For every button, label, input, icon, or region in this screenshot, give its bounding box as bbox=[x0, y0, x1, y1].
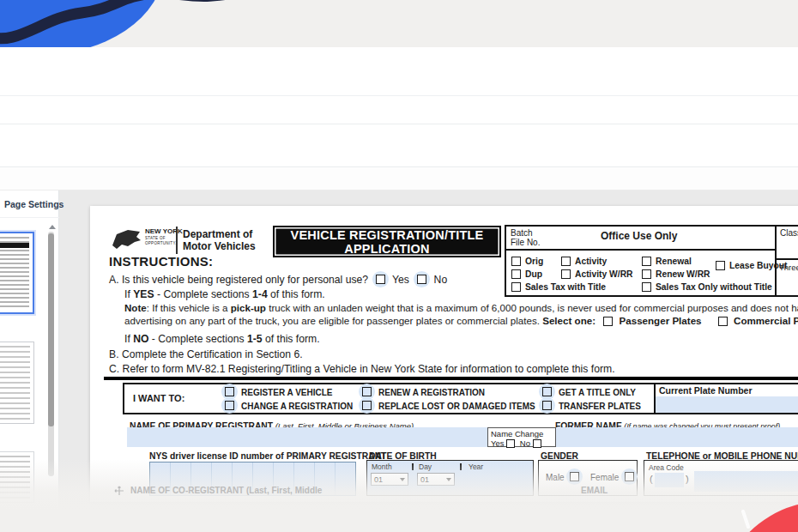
dob-day-select[interactable]: 01 bbox=[417, 473, 455, 486]
page-settings-label: Page Settings bbox=[4, 199, 63, 209]
checkbox-orig bbox=[511, 257, 521, 266]
sub-toolbar: Fit Width Fill the form or use another t… bbox=[0, 167, 798, 190]
scroll-up-icon[interactable] bbox=[49, 225, 56, 229]
chevron-down-icon bbox=[400, 478, 405, 481]
office-use-box: Batch File No. Office Use Only Orig Acti… bbox=[505, 225, 777, 297]
checkbox-activity bbox=[561, 257, 571, 266]
search-row: ‹ DMV Form MV-82 Support bbox=[0, 96, 798, 124]
checkbox-sales-tax-only bbox=[642, 282, 651, 292]
site-header: F Liner Online Platform for Editing All … bbox=[0, 47, 798, 96]
checkbox-renewal bbox=[642, 257, 651, 266]
class-label: Class bbox=[780, 228, 798, 238]
former-name-input[interactable] bbox=[556, 427, 798, 447]
i-want-to-label: I WANT TO: bbox=[133, 393, 184, 403]
checkbox-renew-wrr bbox=[642, 269, 651, 279]
checkbox-passenger-plates bbox=[603, 317, 613, 326]
move-field-icon bbox=[114, 486, 124, 496]
area-code-input[interactable] bbox=[655, 473, 684, 487]
phone-input[interactable] bbox=[694, 471, 798, 492]
top-decor-band bbox=[0, 0, 798, 47]
batch-label: Batch bbox=[511, 228, 533, 238]
checkbox-renew-registration[interactable] bbox=[362, 387, 372, 397]
co-registrant-label-faded: NAME OF CO-REGISTRANT (Last, First, Midd… bbox=[130, 486, 322, 495]
instructions-heading: INSTRUCTIONS: bbox=[109, 254, 213, 269]
checkbox-transfer-plates[interactable] bbox=[542, 401, 553, 411]
primary-name-input[interactable] bbox=[127, 427, 487, 447]
checkbox-name-change-no bbox=[533, 439, 541, 448]
checkbox-male[interactable] bbox=[570, 472, 580, 482]
dmv-name: Department of Motor Vehicles bbox=[183, 228, 256, 252]
class-box: Class Three of Name bbox=[777, 225, 798, 297]
checkbox-commercial-plates bbox=[718, 317, 728, 326]
thumbnail-preview bbox=[0, 456, 30, 499]
checkbox-female[interactable] bbox=[625, 472, 635, 482]
checkbox-sales-tax-title bbox=[511, 282, 521, 292]
thumbnail-preview bbox=[0, 346, 30, 420]
page-thumbnail-2[interactable] bbox=[0, 342, 34, 424]
instruction-line-c: C. Refer to form MV-82.1 Registering/Tit… bbox=[109, 363, 615, 375]
chevron-down-icon bbox=[446, 478, 451, 481]
office-use-title: Office Use Only bbox=[601, 230, 677, 242]
editor-toolbar: Add Date Add Sign T Add Text Insert bbox=[0, 124, 798, 167]
page-thumbnail-3[interactable] bbox=[0, 451, 34, 503]
pages-sidebar: Page Settings bbox=[0, 190, 59, 532]
checkbox-personal-yes[interactable] bbox=[376, 275, 386, 285]
page-settings-button[interactable]: Page Settings bbox=[0, 190, 59, 218]
if-yes-line: If YES - Complete sections 1-4 of this f… bbox=[124, 288, 325, 300]
i-want-to-box: I WANT TO: REGISTER A VEHICLE CHANGE A R… bbox=[123, 383, 798, 414]
section-divider bbox=[104, 377, 798, 380]
checkbox-get-title-only[interactable] bbox=[542, 387, 553, 397]
thumbnail-preview bbox=[0, 237, 29, 309]
current-plate-input[interactable] bbox=[656, 396, 798, 413]
form-title-banner: VEHICLE REGISTRATION/TITLE APPLICATION bbox=[273, 226, 501, 257]
checkbox-personal-no[interactable] bbox=[417, 275, 427, 285]
name-change-box: Name Change Yes No bbox=[487, 427, 556, 447]
instruction-line-a: A. Is this vehicle being registered only… bbox=[109, 274, 447, 286]
checkbox-lease-buyout bbox=[716, 261, 725, 270]
checkbox-change-registration[interactable] bbox=[225, 401, 235, 411]
email-label-faded: EMAIL bbox=[581, 486, 608, 495]
document-page: NEW YORK STATE OF OPPORTUNITY. Departmen… bbox=[90, 206, 798, 502]
phone-box: Area Code ( ) bbox=[644, 460, 798, 496]
instruction-line-b: B. Complete the Certification in Section… bbox=[109, 348, 303, 360]
file-no-label: File No. bbox=[511, 238, 540, 247]
checkbox-register-vehicle[interactable] bbox=[225, 387, 235, 397]
note-line-2: advertising on any part of the truck, yo… bbox=[124, 315, 798, 326]
dob-box: Month Day Year 01 01 bbox=[366, 460, 534, 496]
checkbox-activity-wrr bbox=[561, 269, 571, 279]
if-no-line: If NO - Complete sections 1-5 of this fo… bbox=[124, 333, 320, 345]
checkbox-name-change-yes bbox=[506, 439, 515, 448]
sidebar-scrollbar-thumb[interactable] bbox=[48, 233, 54, 426]
current-plate-label: Current Plate Number bbox=[659, 385, 753, 396]
page-thumbnail-1[interactable] bbox=[0, 232, 34, 314]
logo-separator bbox=[176, 227, 178, 254]
checkbox-dup bbox=[511, 269, 521, 279]
checkbox-replace-items[interactable] bbox=[362, 401, 372, 411]
license-id-label: NYS driver license ID number of PRIMARY … bbox=[149, 451, 386, 461]
blue-blob-decor bbox=[0, 0, 798, 47]
note-line-1: Note: If this vehicle is a pick-up truck… bbox=[124, 302, 798, 313]
class-side-label: Three of Name bbox=[779, 263, 798, 272]
dob-month-select[interactable]: 01 bbox=[371, 473, 408, 486]
page: F Liner Online Platform for Editing All … bbox=[0, 0, 798, 532]
ny-state-logo-icon bbox=[111, 227, 143, 252]
